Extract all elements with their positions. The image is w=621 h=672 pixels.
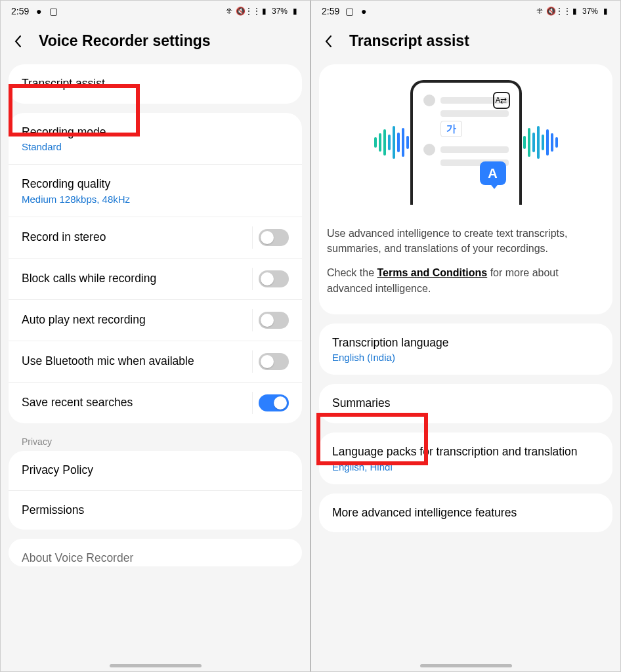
toggle-block[interactable] xyxy=(259,270,289,287)
battery-percent: 37% xyxy=(272,7,288,16)
translate-icon: A⇄ xyxy=(493,92,510,109)
battery-icon: ▮ xyxy=(290,7,299,16)
card-summaries: Summaries xyxy=(319,384,612,423)
wifi-icon: ⋮⋮ xyxy=(559,7,568,16)
description: Use advanced intelligence to create text… xyxy=(319,209,612,308)
signal-icon: ▮ xyxy=(570,7,580,16)
phone-right: 2:59 ▢ ● ⁜ 🔇 ⋮⋮ ▮ 37% ▮ Transcript assis… xyxy=(310,0,621,672)
terms-link[interactable]: Terms and Conditions xyxy=(377,267,487,278)
row-autoplay[interactable]: Auto play next recording xyxy=(9,299,302,341)
row-more[interactable]: More advanced intelligence features xyxy=(319,494,612,533)
phone-left: 2:59 ● ▢ ⁜ 🔇 ⋮⋮ ▮ 37% ▮ Voice Recorder s… xyxy=(0,0,310,672)
card-recording: Recording mode Standard Recording qualit… xyxy=(9,113,302,423)
toggle-bt[interactable] xyxy=(259,353,289,370)
card-privacy: Privacy Policy Permissions xyxy=(9,451,302,530)
row-label: Privacy Policy xyxy=(22,463,93,478)
card-transcript: Transcript assist xyxy=(9,64,302,104)
row-trans-lang[interactable]: Transcription language English (India) xyxy=(319,324,612,375)
mute-icon: 🔇 xyxy=(547,7,556,16)
image-icon: ▢ xyxy=(345,7,354,16)
row-transcript-assist[interactable]: Transcript assist xyxy=(9,64,302,104)
toggle-save[interactable] xyxy=(259,394,289,411)
row-label: About Voice Recorder xyxy=(22,551,133,566)
row-label: Recording quality xyxy=(22,177,130,192)
row-label: More advanced intelligence features xyxy=(332,505,517,521)
row-label: Auto play next recording xyxy=(22,312,146,328)
status-bar: 2:59 ● ▢ ⁜ 🔇 ⋮⋮ ▮ 37% ▮ xyxy=(1,1,310,20)
section-privacy: Privacy xyxy=(1,432,310,451)
battery-icon: ▮ xyxy=(601,7,610,16)
row-sub: Standard xyxy=(22,141,106,152)
row-about[interactable]: About Voice Recorder xyxy=(9,539,302,566)
row-label: Recording mode xyxy=(22,125,106,140)
bulb-icon: ● xyxy=(34,7,43,16)
status-time: 2:59 xyxy=(322,6,339,16)
wave-right-icon xyxy=(523,126,558,159)
row-label: Record in stereo xyxy=(22,230,106,245)
phone-mock-icon: A⇄ 가 A xyxy=(410,80,522,205)
ga-badge: 가 xyxy=(440,121,462,137)
bluetooth-icon: ⁜ xyxy=(535,7,544,16)
card-lang: Transcription language English (India) xyxy=(319,324,612,375)
row-label: Transcription language xyxy=(332,335,448,351)
row-label: Summaries xyxy=(332,396,391,411)
bulb-icon: ● xyxy=(359,7,368,16)
row-save-search[interactable]: Save recent searches xyxy=(9,382,302,423)
battery-percent: 37% xyxy=(582,7,598,16)
back-button[interactable] xyxy=(324,35,336,47)
card-about: About Voice Recorder xyxy=(9,539,302,566)
wave-left-icon xyxy=(374,126,409,159)
row-label: Language packs for transcription and tra… xyxy=(332,444,578,460)
row-lang-packs[interactable]: Language packs for transcription and tra… xyxy=(319,432,612,484)
back-button[interactable] xyxy=(14,35,26,47)
status-bar: 2:59 ▢ ● ⁜ 🔇 ⋮⋮ ▮ 37% ▮ xyxy=(311,1,620,20)
desc-line2a: Check the xyxy=(327,267,377,278)
wifi-icon: ⋮⋮ xyxy=(248,7,257,16)
card-langpacks: Language packs for transcription and tra… xyxy=(319,432,612,484)
row-label: Permissions xyxy=(22,503,84,518)
row-bt-mic[interactable]: Use Bluetooth mic when available xyxy=(9,341,302,382)
toggle-stereo[interactable] xyxy=(259,229,289,246)
header: Voice Recorder settings xyxy=(1,20,310,64)
page-title: Voice Recorder settings xyxy=(39,32,211,50)
row-sub: Medium 128kbps, 48kHz xyxy=(22,194,130,205)
signal-icon: ▮ xyxy=(260,7,269,16)
row-label: Block calls while recording xyxy=(22,271,156,287)
status-time: 2:59 xyxy=(11,6,29,16)
nav-pill[interactable] xyxy=(110,664,202,667)
row-label: Use Bluetooth mic when available xyxy=(22,354,194,369)
bluetooth-icon: ⁜ xyxy=(225,7,234,16)
image-icon: ▢ xyxy=(49,7,58,16)
row-sub: English (India) xyxy=(332,352,448,363)
card-more: More advanced intelligence features xyxy=(319,494,612,533)
row-sub: English, Hindi xyxy=(332,461,578,472)
row-stereo[interactable]: Record in stereo xyxy=(9,217,302,258)
desc-line1: Use advanced intelligence to create text… xyxy=(327,226,605,256)
row-block-calls[interactable]: Block calls while recording xyxy=(9,258,302,299)
row-label: Save recent searches xyxy=(22,395,133,411)
row-permissions[interactable]: Permissions xyxy=(9,490,302,530)
header: Transcript assist xyxy=(311,20,620,64)
toggle-autoplay[interactable] xyxy=(259,312,289,329)
mute-icon: 🔇 xyxy=(236,7,246,16)
a-badge: A xyxy=(480,161,506,185)
row-label: Transcript assist xyxy=(22,76,105,92)
nav-pill[interactable] xyxy=(420,664,512,667)
illustration-card: A⇄ 가 A Use advanced intelligence to crea… xyxy=(319,64,612,314)
row-recording-quality[interactable]: Recording quality Medium 128kbps, 48kHz xyxy=(9,164,302,217)
row-summaries[interactable]: Summaries xyxy=(319,384,612,423)
row-recording-mode[interactable]: Recording mode Standard xyxy=(9,113,302,165)
row-privacy-policy[interactable]: Privacy Policy xyxy=(9,451,302,490)
page-title: Transcript assist xyxy=(349,32,469,50)
